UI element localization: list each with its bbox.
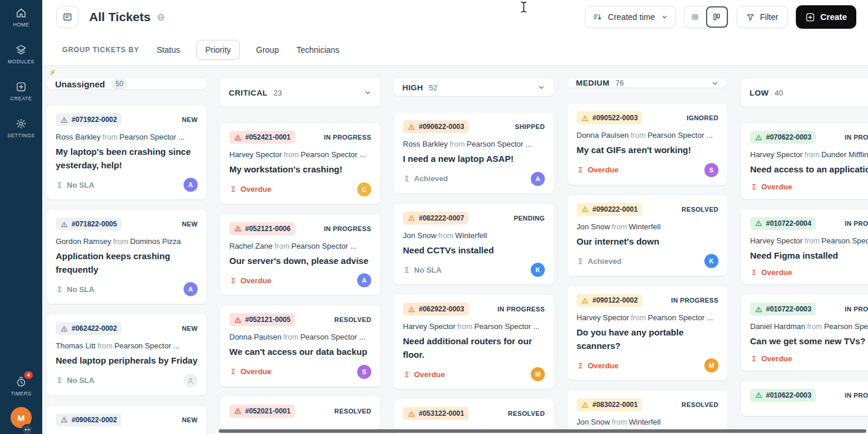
ticket-card[interactable]: #062422-0002 NEW Thomas LittfromPearson … xyxy=(47,314,206,395)
ticket-subject[interactable]: Need access to an application xyxy=(750,163,868,177)
ticket-card[interactable]: #010722-0003 IN PROGRESS Daniel Hardmanf… xyxy=(741,295,868,371)
column-header[interactable]: HIGH 52 xyxy=(394,79,554,96)
sla-label: Overdue xyxy=(414,370,445,379)
sidebar-item-home[interactable]: HOME xyxy=(13,7,29,28)
tab-status[interactable]: Status xyxy=(155,40,181,60)
tab-technicians[interactable]: Technicians xyxy=(295,40,340,60)
ticket-id-badge[interactable]: #083022-0001 xyxy=(577,398,642,411)
user-avatar[interactable]: M xyxy=(11,407,32,428)
ticket-subject[interactable]: My workstation's crashing! xyxy=(229,163,371,177)
ticket-subject[interactable]: I need a new laptop ASAP! xyxy=(403,152,545,166)
filter-button[interactable]: Filter xyxy=(737,6,788,28)
ticket-card[interactable]: #071922-0002 NEW Ross BarkleyfromPearson… xyxy=(47,106,206,199)
assignee-avatar[interactable]: M xyxy=(704,358,718,372)
ticket-id-badge[interactable]: #090122-0002 xyxy=(577,294,642,307)
ticket-card[interactable]: #090622-0002 NEW xyxy=(47,406,206,434)
ticket-id-badge[interactable]: #053122-0001 xyxy=(403,407,469,420)
ticket-card[interactable]: #010622-0003 IN PROGRESS xyxy=(741,381,868,416)
sort-control[interactable]: Created time xyxy=(585,6,676,28)
ticket-id-badge[interactable]: #010722-0004 xyxy=(750,217,816,230)
assignee-avatar[interactable]: S xyxy=(704,163,718,177)
ticket-id-badge[interactable]: #071922-0002 xyxy=(56,113,121,126)
ticket-id-badge[interactable]: #090622-0002 xyxy=(56,413,121,426)
ticket-subject[interactable]: Our server's down, please advise xyxy=(229,255,371,268)
ticket-subject[interactable]: Need CCTVs installed xyxy=(403,244,545,257)
ticket-id-badge[interactable]: #052121-0006 xyxy=(229,222,295,235)
ticket-id-badge[interactable]: #010622-0003 xyxy=(750,389,816,402)
column-collapse-button[interactable] xyxy=(537,83,545,91)
ticket-id-badge[interactable]: #062422-0002 xyxy=(56,322,121,335)
ticket-id-badge[interactable]: #052421-0001 xyxy=(229,131,295,144)
sla-label: Achieved xyxy=(588,257,622,266)
sidebar-item-modules[interactable]: MODULES xyxy=(8,44,35,65)
ticket-card[interactable]: #083022-0001 RESOLVED Jon SnowfromWinter… xyxy=(568,391,727,434)
list-view-button[interactable] xyxy=(684,6,706,28)
ticket-subject[interactable]: My cat GIFs aren't working! xyxy=(577,144,718,157)
ticket-id-badge[interactable]: #070622-0003 xyxy=(750,131,816,144)
ticket-id-badge[interactable]: #090222-0001 xyxy=(577,203,642,216)
priority-alert-icon xyxy=(755,134,762,141)
kanban-view-button[interactable] xyxy=(706,6,728,28)
create-button[interactable]: Create xyxy=(796,5,856,29)
ticket-id-badge[interactable]: #010722-0003 xyxy=(750,303,816,316)
ticket-id-badge[interactable]: #082222-0007 xyxy=(403,212,469,225)
ticket-subject[interactable]: We can't access our data backup xyxy=(229,345,371,359)
ticket-card[interactable]: #052421-0001 IN PROGRESS Harvey Spectorf… xyxy=(221,123,380,204)
horizontal-scrollbar[interactable] xyxy=(219,429,866,433)
ticket-subject[interactable]: Do you have any portable scanners? xyxy=(577,326,718,352)
ticket-card[interactable]: #052021-0001 RESOLVED xyxy=(221,397,380,432)
assignee-avatar[interactable]: A xyxy=(357,273,371,287)
ticket-card[interactable]: #090522-0003 IGNORED Donna PaulsenfromPe… xyxy=(568,104,727,185)
tab-priority[interactable]: Priority xyxy=(196,40,240,60)
assignee-avatar[interactable]: M xyxy=(531,367,545,381)
card-footer: Overdue S xyxy=(577,163,718,177)
ticket-card[interactable]: #082222-0007 PENDING Jon SnowfromWinterf… xyxy=(394,204,554,285)
ticket-card[interactable]: #062922-0003 IN PROGRESS Harvey Spectorf… xyxy=(394,295,554,389)
assignee-avatar[interactable]: A xyxy=(531,172,545,186)
sidebar-item-create[interactable]: CREATE xyxy=(11,81,32,101)
column-collapse-button[interactable] xyxy=(364,89,372,97)
ticket-subject[interactable]: Need additional routers for our floor. xyxy=(403,335,545,361)
assignee-avatar[interactable]: K xyxy=(704,254,718,268)
ticket-id-badge[interactable]: #052121-0005 xyxy=(229,313,295,326)
ticket-card[interactable]: #090622-0003 SHIPPED Ross BarkleyfromPea… xyxy=(394,113,554,194)
tickets-module-button[interactable] xyxy=(56,6,79,28)
column-collapse-button[interactable] xyxy=(711,79,719,87)
ticket-subject[interactable]: My laptop's been crashing since yesterda… xyxy=(56,145,198,172)
assignee-avatar[interactable]: A xyxy=(184,178,198,192)
ticket-card[interactable]: #090122-0002 IN PROGRESS Harvey Spectorf… xyxy=(568,286,727,380)
assignee-avatar[interactable]: K xyxy=(531,263,545,277)
ticket-card[interactable]: #052121-0006 IN PROGRESS Rachel Zanefrom… xyxy=(221,215,380,296)
assistant-badge[interactable] xyxy=(22,424,33,434)
column-header[interactable]: CRITICAL 23 xyxy=(221,79,380,107)
ticket-card[interactable]: #052121-0005 RESOLVED Donna PaulsenfromP… xyxy=(221,306,380,386)
ticket-card[interactable]: #090222-0001 RESOLVED Jon SnowfromWinter… xyxy=(568,195,727,276)
ticket-subject[interactable]: Need Figma installed xyxy=(750,249,868,263)
column-header[interactable]: MEDIUM 76 xyxy=(568,79,727,87)
ticket-id-badge[interactable]: #071822-0005 xyxy=(56,218,121,230)
sidebar-item-settings[interactable]: SETTINGS xyxy=(8,118,35,138)
ticket-id: #090122-0002 xyxy=(592,296,638,304)
assignee-avatar[interactable]: A xyxy=(184,282,198,296)
ticket-card[interactable]: #070622-0003 IN PROGRESS Harvey Spectorf… xyxy=(741,123,868,199)
sidebar-item-timers[interactable]: 4 TIMERS xyxy=(11,376,31,396)
ticket-subject[interactable]: Application keeps crashing frequently xyxy=(56,250,198,276)
card-header-row: #070622-0003 IN PROGRESS xyxy=(750,131,868,144)
ticket-id-badge[interactable]: #090622-0003 xyxy=(403,120,469,133)
ticket-status: IN PROGRESS xyxy=(845,220,868,227)
ticket-id-badge[interactable]: #062922-0003 xyxy=(403,303,469,316)
column-header[interactable]: Unassigned 50 xyxy=(47,79,206,89)
ticket-subject[interactable]: Need laptop peripherals by Friday xyxy=(56,354,198,368)
tab-group[interactable]: Group xyxy=(255,40,280,60)
column-header[interactable]: LOW 40 xyxy=(741,79,868,107)
ticket-subject[interactable]: Our internet's down xyxy=(577,235,718,249)
ticket-card[interactable]: #071822-0005 NEW Gordon RamseyfromDomino… xyxy=(47,210,206,304)
assignee-avatar[interactable]: S xyxy=(357,365,371,379)
sla-indicator: No SLA xyxy=(56,181,94,189)
ticket-id-badge[interactable]: #052021-0001 xyxy=(229,405,295,418)
ticket-subject[interactable]: Can we get some new TVs? xyxy=(750,335,868,348)
ticket-id-badge[interactable]: #090522-0003 xyxy=(577,111,642,124)
assignee-avatar[interactable] xyxy=(184,374,198,388)
ticket-card[interactable]: #010722-0004 IN PROGRESS Harvey Spectorf… xyxy=(741,209,868,285)
assignee-avatar[interactable]: C xyxy=(357,182,371,196)
